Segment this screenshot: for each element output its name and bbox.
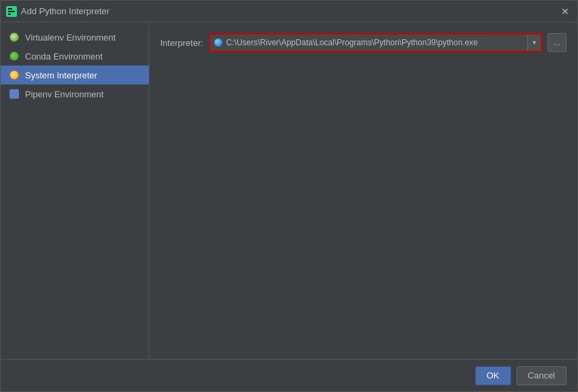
conda-icon: [9, 51, 20, 62]
sidebar-item-pipenv[interactable]: Pipenv Environment: [1, 84, 149, 103]
dialog: Add Python Interpreter ✕ Virtualenv Envi…: [0, 0, 578, 392]
pycharm-icon: [6, 6, 17, 17]
path-icon: [214, 39, 222, 47]
interpreter-label: Interpreter:: [160, 38, 203, 48]
svg-rect-2: [8, 11, 15, 12]
sidebar-item-label: Conda Environment: [25, 51, 103, 62]
interpreter-dropdown-button[interactable]: ▼: [527, 34, 541, 51]
interpreter-row: Interpreter: ▼ ...: [160, 33, 567, 52]
content-area: Interpreter: ▼ ...: [149, 22, 577, 359]
dialog-title: Add Python Interpreter: [21, 6, 558, 16]
system-icon: [9, 70, 20, 80]
ok-button[interactable]: OK: [475, 366, 511, 385]
sidebar-item-label: Virtualenv Environment: [25, 32, 116, 43]
svg-rect-3: [8, 14, 11, 15]
sidebar: Virtualenv Environment Conda Environment…: [1, 22, 149, 359]
virtualenv-icon: [9, 32, 20, 43]
sidebar-item-label: Pipenv Environment: [25, 89, 103, 99]
close-button[interactable]: ✕: [558, 5, 572, 18]
cancel-button[interactable]: Cancel: [516, 366, 567, 385]
sidebar-item-label: System Interpreter: [25, 70, 97, 80]
interpreter-path-input[interactable]: [210, 34, 541, 51]
svg-rect-1: [8, 8, 12, 9]
browse-button[interactable]: ...: [548, 33, 567, 52]
dialog-body: Virtualenv Environment Conda Environment…: [1, 22, 577, 359]
dialog-footer: OK Cancel: [1, 359, 577, 391]
sidebar-item-system[interactable]: System Interpreter: [1, 66, 149, 84]
title-bar: Add Python Interpreter ✕: [1, 1, 577, 22]
sidebar-item-conda[interactable]: Conda Environment: [1, 47, 149, 66]
sidebar-item-virtualenv[interactable]: Virtualenv Environment: [1, 28, 149, 47]
pipenv-icon: [9, 89, 20, 99]
